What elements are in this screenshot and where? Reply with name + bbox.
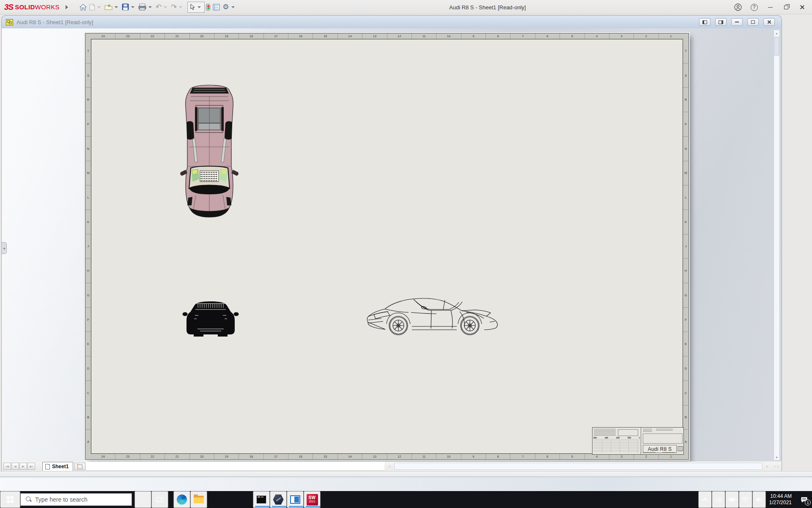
- undo-button[interactable]: [154, 2, 163, 13]
- zone-label: 8: [486, 454, 510, 459]
- zone-label: 11: [412, 454, 436, 459]
- command-prompt-button[interactable]: [253, 491, 270, 508]
- drawing-sheet[interactable]: 242322212019181716151413121110987654321 …: [85, 33, 689, 460]
- vertical-scroll-thumb[interactable]: [774, 37, 779, 55]
- scroll-down-icon[interactable]: [774, 454, 779, 460]
- zone-label: G: [683, 283, 689, 308]
- minimize-button[interactable]: [764, 2, 776, 13]
- new-dropdown-arrow-icon[interactable]: [97, 6, 101, 8]
- redo-button[interactable]: [170, 2, 178, 13]
- home-icon: [80, 4, 87, 11]
- options-button[interactable]: [221, 2, 230, 13]
- hscroll-right-icon[interactable]: [763, 463, 771, 470]
- selection-filter-button[interactable]: [205, 2, 211, 13]
- start-button[interactable]: [0, 491, 20, 508]
- save-button[interactable]: [121, 2, 130, 13]
- window-app-button[interactable]: [287, 491, 304, 508]
- window-controls: [732, 0, 809, 14]
- account-button[interactable]: [732, 2, 744, 13]
- drawing-view-front[interactable]: [182, 299, 239, 338]
- brand-text-works: WORKS: [35, 3, 60, 11]
- scroll-up-icon[interactable]: [774, 30, 779, 36]
- solidworks-menu[interactable]: 3S SOLID WORKS: [4, 3, 68, 12]
- select-dropdown-arrow-icon[interactable]: [198, 6, 201, 8]
- sheet-tab[interactable]: Sheet1: [42, 462, 73, 471]
- cortana-button[interactable]: [134, 491, 151, 508]
- undo-dropdown-arrow-icon[interactable]: [164, 6, 167, 8]
- doc-minimize-button[interactable]: [731, 18, 743, 26]
- zone-label: E: [85, 332, 91, 356]
- windows-logo-icon: [7, 496, 14, 503]
- home-button[interactable]: [78, 2, 88, 13]
- new-document-icon: [89, 4, 95, 11]
- zone-strip-left: TSRPNMLKJHGFEDCBA: [85, 39, 91, 454]
- edge-button[interactable]: [173, 491, 190, 508]
- zone-label: 23: [115, 454, 140, 459]
- notification-center-button[interactable]: 1: [796, 491, 812, 508]
- properties-panel-button[interactable]: [211, 2, 221, 13]
- redo-dropdown-arrow-icon[interactable]: [179, 6, 182, 8]
- clock[interactable]: 10:44 AM 1/27/2021: [766, 493, 796, 506]
- open-folder-icon: [104, 4, 112, 10]
- vertical-scrollbar[interactable]: [774, 30, 780, 461]
- next-sheet-button[interactable]: ▶: [19, 463, 27, 470]
- doc-tile-left-button[interactable]: [699, 18, 710, 26]
- zone-label: 11: [412, 33, 436, 39]
- zone-label: N: [85, 137, 91, 161]
- document-titlebar[interactable]: Audi R8 S - Sheet1 [Read-only]: [1, 15, 782, 28]
- zone-label: 24: [91, 454, 115, 459]
- select-tool-button[interactable]: [189, 2, 197, 13]
- zone-label: 19: [214, 454, 239, 459]
- first-sheet-button[interactable]: |◀: [3, 463, 11, 470]
- zone-label: 20: [190, 33, 214, 39]
- sheet-icon: [45, 464, 50, 469]
- drawing-view-top[interactable]: [180, 83, 239, 219]
- previous-sheet-button[interactable]: ◀: [11, 463, 19, 470]
- taskbar-search[interactable]: [20, 493, 132, 506]
- print-button[interactable]: [137, 2, 148, 13]
- task-view-button[interactable]: [151, 491, 168, 508]
- cursor-arrow-icon: [190, 4, 195, 11]
- notification-badge: 1: [805, 500, 811, 505]
- speaker-icon: [756, 497, 763, 502]
- restore-button[interactable]: [780, 2, 793, 13]
- tab-strip: [86, 461, 384, 471]
- doc-close-button[interactable]: [763, 18, 775, 26]
- doc-restore-button[interactable]: [747, 18, 759, 26]
- zone-label: 24: [91, 33, 115, 39]
- file-explorer-button[interactable]: [190, 491, 207, 508]
- status-bar: [0, 471, 812, 477]
- horizontal-scrollbar[interactable]: [394, 463, 763, 470]
- pane-split-corner-icon[interactable]: [771, 463, 782, 470]
- save-dropdown-arrow-icon[interactable]: [131, 6, 134, 8]
- last-sheet-button[interactable]: ▶|: [27, 463, 35, 470]
- battery-button[interactable]: [725, 491, 739, 508]
- print-dropdown-arrow-icon[interactable]: [148, 6, 152, 8]
- zone-label: 14: [338, 33, 362, 39]
- volume-button[interactable]: [752, 491, 766, 508]
- close-button[interactable]: [796, 2, 809, 13]
- meet-now-button[interactable]: [712, 491, 725, 508]
- wifi-button[interactable]: [739, 491, 752, 508]
- menu-expand-arrow-icon[interactable]: [66, 5, 68, 9]
- options-dropdown-arrow-icon[interactable]: [231, 6, 235, 8]
- graphics-area[interactable]: 242322212019181716151413121110987654321 …: [1, 28, 782, 461]
- tile-right-icon: [719, 20, 723, 24]
- open-button[interactable]: [103, 2, 114, 13]
- zone-label: 16: [288, 454, 313, 459]
- zone-label: 16: [288, 33, 313, 39]
- search-input[interactable]: [35, 496, 120, 503]
- hscroll-left-icon[interactable]: [386, 463, 393, 470]
- doc-tile-right-button[interactable]: [715, 18, 727, 26]
- open-dropdown-arrow-icon[interactable]: [115, 6, 118, 8]
- solidworks-2021-button[interactable]: SW 2021: [304, 491, 321, 508]
- drawing-view-side[interactable]: [365, 297, 500, 339]
- add-sheet-button[interactable]: [74, 463, 85, 470]
- help-button[interactable]: [748, 2, 760, 13]
- panel-collapse-tab[interactable]: [2, 242, 7, 254]
- tray-expand-button[interactable]: [698, 491, 712, 508]
- hexagon-app-button[interactable]: [270, 491, 287, 508]
- zone-label: 17: [264, 33, 288, 39]
- new-document-button[interactable]: [88, 2, 96, 13]
- zone-label: F: [683, 308, 689, 332]
